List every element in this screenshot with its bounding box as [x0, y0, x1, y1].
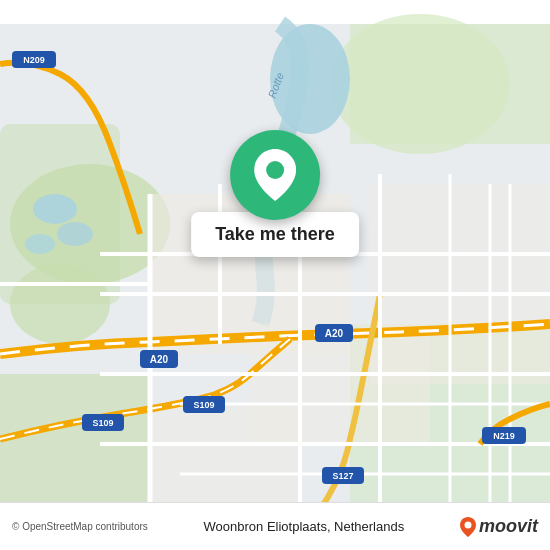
svg-text:N209: N209: [23, 55, 45, 65]
footer-right: Woonbron Eliotplaats, Netherlands: [204, 519, 405, 534]
footer-left: © OpenStreetMap contributors: [12, 521, 148, 532]
moovit-pin-icon: [460, 517, 476, 537]
footer-bar: © OpenStreetMap contributors Woonbron El…: [0, 502, 550, 550]
svg-point-11: [25, 234, 55, 254]
svg-point-33: [464, 521, 471, 528]
svg-text:S109: S109: [92, 418, 113, 428]
svg-point-32: [266, 161, 284, 179]
svg-point-9: [33, 194, 77, 224]
svg-text:A20: A20: [150, 354, 169, 365]
svg-text:S127: S127: [332, 471, 353, 481]
location-label: Woonbron Eliotplaats, Netherlands: [204, 519, 405, 534]
moovit-text: moovit: [479, 516, 538, 537]
location-icon-circle: [230, 130, 320, 220]
svg-text:A20: A20: [325, 328, 344, 339]
copyright-text: © OpenStreetMap contributors: [12, 521, 148, 532]
map-container[interactable]: A20 A20 S109 S109 S127 N209 N219 Rotte R…: [0, 0, 550, 550]
svg-rect-5: [350, 24, 550, 144]
popup-card: Take me there: [191, 130, 359, 257]
svg-text:S109: S109: [193, 400, 214, 410]
svg-point-10: [57, 222, 93, 246]
svg-text:N219: N219: [493, 431, 515, 441]
moovit-logo: moovit: [460, 516, 538, 537]
svg-rect-15: [370, 184, 550, 384]
map-background: A20 A20 S109 S109 S127 N209 N219 Rotte R…: [0, 0, 550, 550]
